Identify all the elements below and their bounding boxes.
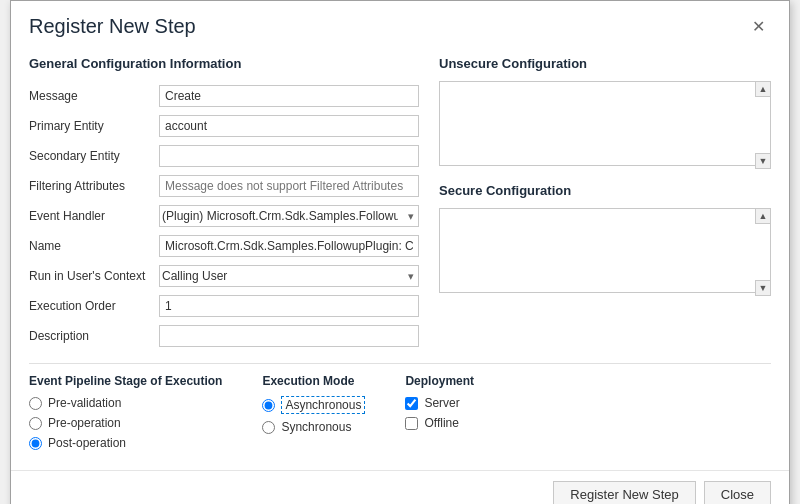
dialog-title: Register New Step — [29, 15, 196, 38]
register-new-step-button[interactable]: Register New Step — [553, 481, 695, 504]
run-in-context-select-wrapper: Calling User — [159, 265, 419, 287]
secure-config-title: Secure Configuration — [439, 183, 771, 198]
stage-post-operation-label: Post-operation — [48, 436, 126, 450]
deployment-group: Deployment Server Offline — [405, 374, 474, 450]
unsecure-textarea-wrapper: ▲ ▼ — [439, 81, 771, 169]
stage-pre-validation-label: Pre-validation — [48, 396, 121, 410]
mode-synchronous-label: Synchronous — [281, 420, 351, 434]
event-handler-select[interactable]: (Plugin) Microsoft.Crm.Sdk.Samples.Follo… — [159, 205, 419, 227]
dialog: Register New Step ✕ General Configuratio… — [10, 0, 790, 504]
mode-asynchronous-item[interactable]: Asynchronous — [262, 396, 365, 414]
stage-pre-validation-item[interactable]: Pre-validation — [29, 396, 222, 410]
primary-entity-row: Primary Entity — [29, 111, 419, 141]
run-in-context-label: Run in User's Context — [29, 261, 159, 291]
unsecure-config-textarea[interactable] — [439, 81, 771, 166]
stage-post-operation-radio[interactable] — [29, 437, 42, 450]
form-table: Message Primary Entity Secondary Entity … — [29, 81, 419, 351]
secure-textarea-wrapper: ▲ ▼ — [439, 208, 771, 296]
title-bar: Register New Step ✕ — [11, 1, 789, 46]
filtering-attributes-row: Filtering Attributes — [29, 171, 419, 201]
secure-scroll-up-button[interactable]: ▲ — [755, 208, 771, 224]
primary-entity-input[interactable] — [159, 115, 419, 137]
deployment-checkbox-group: Server Offline — [405, 396, 474, 430]
right-panel: Unsecure Configuration ▲ ▼ Secure Config… — [439, 56, 771, 351]
primary-entity-label: Primary Entity — [29, 111, 159, 141]
stage-pre-operation-item[interactable]: Pre-operation — [29, 416, 222, 430]
run-in-context-row: Run in User's Context Calling User — [29, 261, 419, 291]
filtering-attributes-label: Filtering Attributes — [29, 171, 159, 201]
pipeline-stage-title: Event Pipeline Stage of Execution — [29, 374, 222, 388]
name-input[interactable] — [159, 235, 419, 257]
deployment-server-label: Server — [424, 396, 459, 410]
event-handler-select-wrapper: (Plugin) Microsoft.Crm.Sdk.Samples.Follo… — [159, 205, 419, 227]
deployment-offline-item[interactable]: Offline — [405, 416, 474, 430]
dialog-footer: Register New Step Close — [11, 470, 789, 504]
execution-order-row: Execution Order — [29, 291, 419, 321]
deployment-server-checkbox[interactable] — [405, 397, 418, 410]
secure-scroll-down-button[interactable]: ▼ — [755, 280, 771, 296]
unsecure-scroll-up-button[interactable]: ▲ — [755, 81, 771, 97]
bottom-row: Event Pipeline Stage of Execution Pre-va… — [29, 374, 771, 450]
pipeline-stage-radio-group: Pre-validation Pre-operation Post-operat… — [29, 396, 222, 450]
description-input[interactable] — [159, 325, 419, 347]
execution-order-label: Execution Order — [29, 291, 159, 321]
pipeline-stage-group: Event Pipeline Stage of Execution Pre-va… — [29, 374, 222, 450]
name-label: Name — [29, 231, 159, 261]
deployment-server-item[interactable]: Server — [405, 396, 474, 410]
execution-mode-title: Execution Mode — [262, 374, 365, 388]
description-label: Description — [29, 321, 159, 351]
stage-pre-operation-label: Pre-operation — [48, 416, 121, 430]
execution-mode-radio-group: Asynchronous Synchronous — [262, 396, 365, 434]
deployment-offline-checkbox[interactable] — [405, 417, 418, 430]
close-button[interactable]: Close — [704, 481, 771, 504]
message-row: Message — [29, 81, 419, 111]
message-input[interactable] — [159, 85, 419, 107]
filtering-attributes-input[interactable] — [159, 175, 419, 197]
unsecure-config-title: Unsecure Configuration — [439, 56, 771, 71]
title-close-button[interactable]: ✕ — [746, 15, 771, 38]
mode-asynchronous-radio[interactable] — [262, 399, 275, 412]
secure-config-section: Secure Configuration ▲ ▼ — [439, 183, 771, 296]
secondary-entity-row: Secondary Entity — [29, 141, 419, 171]
stage-pre-validation-radio[interactable] — [29, 397, 42, 410]
unsecure-config-section: Unsecure Configuration ▲ ▼ — [439, 56, 771, 169]
unsecure-scroll-down-button[interactable]: ▼ — [755, 153, 771, 169]
execution-order-input[interactable] — [159, 295, 419, 317]
stage-pre-operation-radio[interactable] — [29, 417, 42, 430]
mode-synchronous-radio[interactable] — [262, 421, 275, 434]
general-config-title: General Configuration Information — [29, 56, 419, 71]
mode-asynchronous-label: Asynchronous — [281, 396, 365, 414]
mode-synchronous-item[interactable]: Synchronous — [262, 420, 365, 434]
secondary-entity-label: Secondary Entity — [29, 141, 159, 171]
event-handler-row: Event Handler (Plugin) Microsoft.Crm.Sdk… — [29, 201, 419, 231]
secure-config-textarea[interactable] — [439, 208, 771, 293]
deployment-offline-label: Offline — [424, 416, 458, 430]
run-in-context-select[interactable]: Calling User — [159, 265, 419, 287]
secondary-entity-input[interactable] — [159, 145, 419, 167]
event-handler-label: Event Handler — [29, 201, 159, 231]
dialog-body: General Configuration Information Messag… — [11, 46, 789, 351]
left-panel: General Configuration Information Messag… — [29, 56, 419, 351]
deployment-title: Deployment — [405, 374, 474, 388]
divider — [29, 363, 771, 364]
execution-mode-group: Execution Mode Asynchronous Synchronous — [262, 374, 365, 450]
description-row: Description — [29, 321, 419, 351]
stage-post-operation-item[interactable]: Post-operation — [29, 436, 222, 450]
name-row: Name — [29, 231, 419, 261]
bottom-section: Event Pipeline Stage of Execution Pre-va… — [11, 363, 789, 460]
message-label: Message — [29, 81, 159, 111]
